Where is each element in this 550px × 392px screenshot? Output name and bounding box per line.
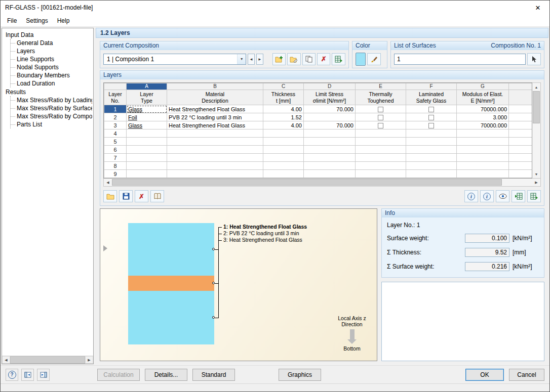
layer-type-cell[interactable]: Glass xyxy=(127,121,167,129)
scrollbar-track[interactable] xyxy=(532,123,540,170)
modulus-cell[interactable]: 70000.000 xyxy=(457,121,509,129)
column-header-c[interactable]: C xyxy=(263,83,304,90)
previous-composition-button[interactable]: ◀ xyxy=(248,54,255,65)
limit-stress-cell[interactable] xyxy=(304,162,356,170)
tree-item-nodal-supports[interactable]: Nodal Supports xyxy=(11,63,92,71)
laminated-safety-glass-cell[interactable] xyxy=(406,121,457,129)
excel-export-button[interactable] xyxy=(527,190,541,202)
laminated-safety-glass-checkbox[interactable] xyxy=(428,107,434,112)
scroll-left-icon[interactable]: ◀ xyxy=(104,179,112,186)
scrollbar-thumb[interactable] xyxy=(533,91,540,123)
delete-layers-button[interactable]: ✗ xyxy=(135,190,148,202)
collapse-panel-icon[interactable] xyxy=(103,245,107,251)
view-mode-button[interactable] xyxy=(496,190,509,202)
ok-button[interactable]: OK xyxy=(465,369,504,381)
thermally-toughened-cell[interactable] xyxy=(356,162,406,170)
thickness-cell[interactable] xyxy=(263,146,304,154)
jump-to-graphics-button[interactable] xyxy=(21,369,34,381)
layer-type-cell[interactable]: Foil xyxy=(127,113,167,121)
tree-item-boundary-members[interactable]: Boundary Members xyxy=(11,71,92,79)
limit-stress-cell[interactable] xyxy=(304,154,356,162)
corner-cell[interactable] xyxy=(104,83,127,90)
tree-item-results[interactable]: Results xyxy=(6,88,92,96)
shear-cell[interactable] xyxy=(509,146,533,154)
save-composition-button[interactable] xyxy=(119,190,133,202)
shear-cell[interactable]: 284 xyxy=(509,105,533,113)
material-cell[interactable]: PVB 22 °C loading until 3 min xyxy=(167,113,263,121)
column-header-a[interactable]: A xyxy=(127,83,167,90)
laminated-safety-glass-cell[interactable] xyxy=(406,105,457,113)
modulus-cell[interactable]: 3.000 xyxy=(457,113,509,121)
limit-stress-cell[interactable]: 70.000 xyxy=(304,105,356,113)
scrollbar-track[interactable] xyxy=(502,179,532,186)
thickness-cell[interactable]: 4.00 xyxy=(263,121,304,129)
shear-cell[interactable] xyxy=(509,138,533,146)
pick-surfaces-button[interactable] xyxy=(527,53,541,65)
row-header[interactable]: 9 xyxy=(104,170,127,178)
column-header-e[interactable]: E xyxy=(356,83,406,90)
tree-item-max-stress-ratio-by-loading[interactable]: Max Stress/Ratio by Loading xyxy=(11,96,92,104)
thermally-toughened-cell[interactable] xyxy=(356,170,406,178)
layer-type-cell[interactable] xyxy=(127,146,167,154)
column-header-b[interactable]: B xyxy=(167,83,263,90)
scroll-right-icon[interactable]: ▶ xyxy=(85,356,93,364)
tree-item-load-duration[interactable]: Load Duration xyxy=(11,79,92,88)
scrollbar-thumb[interactable] xyxy=(112,179,502,186)
scroll-up-icon[interactable]: ▲ xyxy=(532,83,540,91)
thermally-toughened-checkbox[interactable] xyxy=(378,115,383,120)
scroll-down-icon[interactable]: ▼ xyxy=(532,170,540,178)
limit-stress-cell[interactable] xyxy=(304,129,356,138)
thickness-cell[interactable] xyxy=(263,138,304,146)
calculation-button[interactable]: Calculation xyxy=(97,369,140,381)
laminated-safety-glass-cell[interactable] xyxy=(406,129,457,138)
edit-color-button[interactable] xyxy=(367,53,381,65)
standard-button[interactable]: Standard xyxy=(192,369,235,381)
cancel-button[interactable]: Cancel xyxy=(509,369,544,381)
scrollbar-thumb[interactable] xyxy=(10,356,85,364)
details-button[interactable]: Details... xyxy=(145,369,187,381)
tree-item-max-stress-ratio-by-composition[interactable]: Max Stress/Ratio by Composition xyxy=(11,112,92,120)
table-horizontal-scrollbar[interactable]: ◀ ▶ xyxy=(103,179,541,187)
laminated-safety-glass-checkbox[interactable] xyxy=(428,115,434,120)
thermally-toughened-cell[interactable] xyxy=(356,138,406,146)
row-header[interactable]: 6 xyxy=(104,146,127,154)
help-button[interactable]: ? xyxy=(6,369,18,381)
menu-help[interactable]: Help xyxy=(53,16,74,26)
layer-type-cell[interactable] xyxy=(127,162,167,170)
laminated-safety-glass-cell[interactable] xyxy=(406,138,457,146)
tree-item-parts-list[interactable]: Parts List xyxy=(11,120,92,128)
thickness-cell[interactable]: 4.00 xyxy=(263,105,304,113)
row-header[interactable]: 5 xyxy=(104,138,127,146)
laminated-safety-glass-cell[interactable] xyxy=(406,170,457,178)
shear-cell[interactable] xyxy=(509,129,533,138)
new-composition-button[interactable] xyxy=(272,53,286,65)
row-header[interactable]: 7 xyxy=(104,154,127,162)
thermally-toughened-cell[interactable] xyxy=(356,113,406,121)
laminated-safety-glass-checkbox[interactable] xyxy=(428,123,434,128)
limit-stress-cell[interactable] xyxy=(304,138,356,146)
row-header[interactable]: 8 xyxy=(104,162,127,170)
modulus-cell[interactable] xyxy=(457,154,509,162)
layer-type-cell[interactable]: Glass xyxy=(127,105,167,113)
layer-type-cell[interactable] xyxy=(127,129,167,138)
shear-cell[interactable] xyxy=(509,113,533,121)
shear-cell[interactable] xyxy=(509,154,533,162)
thermally-toughened-checkbox[interactable] xyxy=(378,107,383,112)
open-composition-library-button[interactable] xyxy=(103,190,117,202)
column-header-f[interactable]: F xyxy=(406,83,457,90)
material-cell[interactable] xyxy=(167,129,263,138)
column-header-g[interactable]: G xyxy=(457,83,509,90)
scroll-right-icon[interactable]: ▶ xyxy=(532,179,540,186)
excel-import-button[interactable] xyxy=(512,190,525,202)
layer-type-cell[interactable] xyxy=(127,170,167,178)
laminated-safety-glass-cell[interactable] xyxy=(406,146,457,154)
thermally-toughened-cell[interactable] xyxy=(356,146,406,154)
thermally-toughened-cell[interactable] xyxy=(356,121,406,129)
copy-composition-button[interactable] xyxy=(302,53,316,65)
modulus-cell[interactable]: 70000.000 xyxy=(457,105,509,113)
scroll-left-icon[interactable]: ◀ xyxy=(2,356,10,364)
limit-stress-cell[interactable] xyxy=(304,170,356,178)
surfaces-input[interactable] xyxy=(394,54,526,65)
material-cell[interactable] xyxy=(167,146,263,154)
material-cell[interactable] xyxy=(167,138,263,146)
